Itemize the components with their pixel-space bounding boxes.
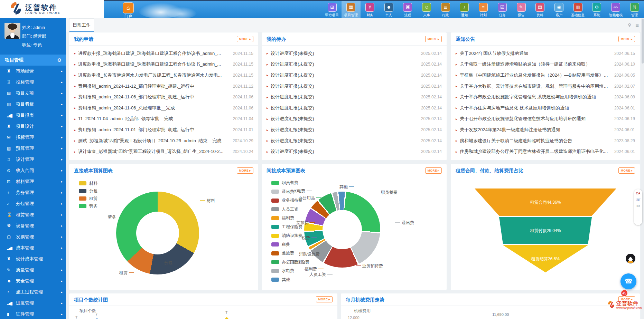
legend-item[interactable]: 水电费 <box>271 267 302 276</box>
nav-item-administration[interactable]: ≣行政 <box>436 1 455 18</box>
nav-item-owner-project[interactable]: ⊞甲方项目 <box>323 1 342 18</box>
item-link[interactable]: 进度款申报_长春市伊通河水力发电厂改建工程_长春市伊通河水力发电... <box>78 72 230 78</box>
qq-contact-icon[interactable] <box>626 254 635 263</box>
list-item[interactable]: ▸关于发放2024年第24批一级建造师注册证书的通知2024.06.01 <box>451 127 640 133</box>
key-icon[interactable]: ⚲ <box>628 22 632 28</box>
nav-item-workflow[interactable]: ⌘流程 <box>398 1 417 18</box>
item-link[interactable]: 进度款申报_珠海鹤港口建设_珠海鹤港口建设工程合作协议书_admin_... <box>78 50 230 57</box>
list-item[interactable]: ▸费用报销_admin_2024-11-12_部门经理审批_胡建,_运行中202… <box>69 83 258 89</box>
more-button[interactable]: MORE <box>237 167 253 174</box>
sidebar-item-invoice[interactable]: ▢发票管理▸ <box>0 231 66 242</box>
nav-item-system[interactable]: ⚙系统 <box>587 1 606 18</box>
item-link[interactable]: 房和城乡建设厅关于取消二级建造师临时执业证书的公告 <box>460 138 611 144</box>
item-link[interactable]: 设计进度汇报(未提交) <box>271 83 418 89</box>
legend-item[interactable]: 业务招待费 <box>271 196 302 205</box>
list-item[interactable]: ▸设计进度汇报(未提交)2025.02.14 <box>262 94 447 100</box>
sidebar-module-header[interactable]: 项目管理 ⚙ <box>0 55 66 66</box>
sidebar-item-market[interactable]: ♜市场经营▸ <box>0 66 66 77</box>
sidebar-item-project-report[interactable]: ▂▅█项目报表▸ <box>0 110 66 121</box>
scrollbar-thumb[interactable] <box>642 19 644 64</box>
item-link[interactable]: 关于召开市政公用设施智慧化管理信息技术与应用培训班的通知 <box>460 116 611 122</box>
list-item[interactable]: ▸设计进度汇报(未提交)2025.02.14 <box>262 50 447 57</box>
item-link[interactable]: 设计进度汇报(未提交) <box>271 50 418 57</box>
sidebar-item-material[interactable]: ⊡材料管理▸ <box>0 176 66 187</box>
nav-item-finance[interactable]: ¥财务 <box>361 1 380 18</box>
legend-item[interactable]: 职员餐费 <box>271 178 302 187</box>
nav-item-plan[interactable]: ≡计划 <box>474 1 493 18</box>
sidebar-item-project-board[interactable]: ▥项目看板▸ <box>0 99 66 110</box>
sidebar-item-subcontract[interactable]: x²分包管理▸ <box>0 198 66 209</box>
phone-icon[interactable]: ☏ <box>634 197 642 202</box>
sidebar-item-design-cost[interactable]: ♜设计成本管理▸ <box>0 253 66 264</box>
nav-item-hr[interactable]: ☺人事 <box>417 1 436 18</box>
nav-item-personal[interactable]: ☻个人 <box>379 1 398 18</box>
sidebar-item-budget[interactable]: ▧预算管理▸ <box>0 143 66 154</box>
list-item[interactable]: ▸房和城乡建设厅关于取消二级建造师临时执业证书的公告2023.08.29 <box>451 138 640 144</box>
legend-item[interactable]: 分包 <box>79 187 97 195</box>
sidebar-item-safety[interactable]: ☻安全管理▸ <box>0 276 66 287</box>
legend-item[interactable]: 其他 <box>271 276 302 284</box>
legend-item[interactable]: 材料 <box>79 180 97 187</box>
item-link[interactable]: 关于举办大数据、云计算技术在城市建设、规划、管理与服务中的应用培训班... <box>460 83 611 89</box>
more-button[interactable]: MORE <box>237 36 253 42</box>
list-item[interactable]: ▸住房和城乡建设部办公厅关于同意吉林省开展二级建造师注册证书电子化试点...20… <box>451 148 640 155</box>
sidebar-item-labor[interactable]: ♆劳务管理▸ <box>0 187 66 198</box>
funnel-segment[interactable]: 租赁合同44.36% <box>475 188 616 216</box>
sidebar-item-equipment[interactable]: ⚒设备管理▸ <box>0 220 66 231</box>
legend-item[interactable]: 税费 <box>271 240 302 249</box>
item-link[interactable]: 关于举办市政公用设施数字化管理信息 系统建设与应用培训班的通知 <box>460 94 611 100</box>
item-link[interactable]: 设计进度汇报(未提交) <box>271 116 418 122</box>
list-item[interactable]: ▸费用报销_admin_2024-11-06_总经理审批__完成2024.11.… <box>69 105 258 111</box>
list-item[interactable]: ▸关于举办市政公用设施数字化管理信息 系统建设与应用培训班的通知2024.06.… <box>451 94 640 100</box>
sidebar-item-design[interactable]: ♖设计管理▸ <box>0 154 66 165</box>
item-link[interactable]: 设计审查_彭祖新城"四馆"景观工程设计项目_请选择_胡广生_2024-10-2.… <box>78 148 229 155</box>
nav-item-task[interactable]: ☑任务 <box>493 1 512 18</box>
list-item[interactable]: ▸费用报销_admin_2024-11-06_部门经理审批_胡建,_运行中202… <box>69 94 258 100</box>
item-link[interactable]: 设计进度汇报(未提交) <box>271 94 418 100</box>
nav-item-base-info[interactable]: ▥基础信息 <box>568 1 587 18</box>
nav-item-project-mgmt[interactable]: ▦项目管理 <box>342 1 361 18</box>
legend-item[interactable]: 人员工资 <box>271 205 302 214</box>
tab-daily-work[interactable]: 日常工作 <box>69 18 94 32</box>
list-item[interactable]: ▸设计进度汇报(未提交)2025.02.14 <box>262 148 447 155</box>
sidebar-item-project-design[interactable]: ♜项目设计▸ <box>0 121 66 132</box>
item-link[interactable]: 关于2024年国庆节放假安排的通知 <box>460 50 611 57</box>
legend-item[interactable]: 差旅费 <box>271 249 302 258</box>
nav-item-report[interactable]: ✎报告 <box>512 1 531 18</box>
list-item[interactable]: ▸进度款申报_长春市伊通河水力发电厂改建工程_长春市伊通河水力发电...2024… <box>69 72 258 78</box>
list-item[interactable]: ▸测试_彭祖新城"四馆"景观工程设计项目_2024-10-29_admin_结束… <box>69 138 258 144</box>
item-link[interactable]: 设计进度汇报(未提交) <box>271 105 418 111</box>
item-link[interactable]: 费用报销_admin_2024-11-01_部门经理审批_胡建,_运行中 <box>78 127 230 133</box>
list-item[interactable]: ▸进度款申报_珠海鹤港口建设_珠海鹤港口建设工程合作协议书_admin_...2… <box>69 50 258 57</box>
item-link[interactable]: 费用报销_admin_2024-11-06_部门经理审批_胡建,_运行中 <box>78 94 230 100</box>
item-link[interactable]: 设计进度汇报(未提交) <box>271 127 418 133</box>
panel-toggle-icon[interactable]: ≣ <box>635 22 639 28</box>
nav-item-manage[interactable]: ⇅管理 <box>625 1 644 18</box>
list-item[interactable]: ▸11_2024-11-04_admin_经营部_领导审批__完成2024.11… <box>69 116 258 122</box>
chat-service-button[interactable]: ☎ <box>620 273 636 289</box>
more-button[interactable]: MORE <box>425 167 442 174</box>
list-item[interactable]: ▸于征集《中国建筑施工行业信息化发展报告（2024）—BIM应用与发展》材料..… <box>451 72 640 78</box>
nav-item-docs[interactable]: ▤资料 <box>531 1 550 18</box>
fanpu-watermark[interactable]: 泛普软件 www.fanpusoft.com <box>607 300 642 310</box>
list-item[interactable]: ▸设计进度汇报(未提交)2025.02.14 <box>262 61 447 67</box>
list-item[interactable]: ▸设计进度汇报(未提交)2025.02.14 <box>262 72 447 78</box>
funnel-segment[interactable]: 租赁付款29.04% <box>475 217 616 244</box>
item-link[interactable]: 设计进度汇报(未提交) <box>271 148 418 155</box>
nav-item-smart-modeling[interactable]: </>智能建模 <box>606 1 625 18</box>
item-link[interactable]: 设计进度汇报(未提交) <box>271 72 418 78</box>
funnel-segment[interactable]: 租赁结算26.6% <box>475 245 616 272</box>
nav-item-customer[interactable]: ◉客户 <box>550 1 569 18</box>
nav-item-notice[interactable]: ♪通知 <box>455 1 474 18</box>
item-link[interactable]: 于征集《中国建筑施工行业信息化发展报告（2024）—BIM应用与发展》材料... <box>460 72 611 78</box>
more-button[interactable]: MORE <box>618 167 635 174</box>
list-item[interactable]: ▸设计进度汇报(未提交)2025.02.14 <box>262 127 447 133</box>
list-item[interactable]: ▸设计进度汇报(未提交)2025.02.14 <box>262 83 447 89</box>
list-item[interactable]: ▸关于举办住房与房地产信息化 技术及应用培训班的通知2024.06.01 <box>451 105 640 111</box>
item-link[interactable]: 测试_彭祖新城"四馆"景观工程设计项目_2024-10-29_admin_结束_… <box>78 138 229 144</box>
list-item[interactable]: ▸设计审查_彭祖新城"四馆"景观工程设计项目_请选择_胡广生_2024-10-2… <box>69 148 258 155</box>
more-button[interactable]: MORE <box>316 296 333 302</box>
sidebar-item-bidding[interactable]: ♖投标管理▸ <box>0 77 66 88</box>
list-item[interactable]: ▸关于举办大数据、云计算技术在城市建设、规划、管理与服务中的应用培训班...20… <box>451 83 640 89</box>
more-button[interactable]: MORE <box>618 36 635 42</box>
